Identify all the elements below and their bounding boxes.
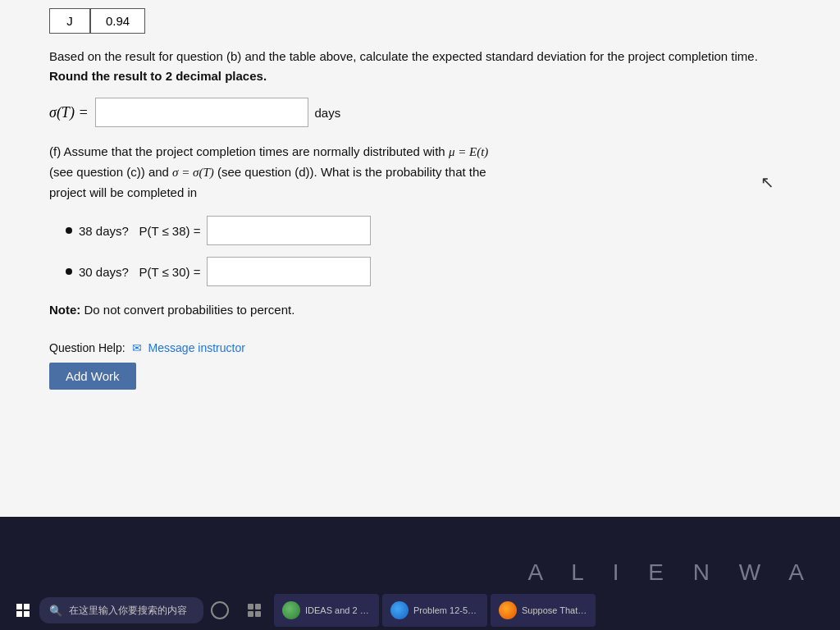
days-label: days: [315, 106, 341, 120]
bullet-item-30: 30 days? P(T ≤ 30) =: [66, 257, 791, 286]
add-work-button[interactable]: Add Work: [49, 363, 136, 390]
suppose-app-label: Suppose That Yo...: [522, 605, 587, 615]
main-content: J 0.94 Based on the result for question …: [0, 0, 840, 517]
taskbar-app-suppose[interactable]: Suppose That Yo...: [491, 594, 596, 627]
probability-input-38[interactable]: [207, 216, 371, 245]
windows-icon: [16, 604, 30, 617]
alienware-label: A L I E N W A: [527, 559, 815, 586]
taskbar-app-problem[interactable]: Problem 12-5A L...: [382, 594, 487, 627]
ideas-app-icon: [282, 601, 300, 619]
svg-rect-2: [248, 611, 253, 617]
search-text: 在这里输入你要搜索的内容: [69, 604, 187, 618]
probability-input-30[interactable]: [207, 257, 371, 286]
question-help-label: Question Help:: [49, 341, 126, 354]
suppose-app-icon: [499, 601, 517, 619]
problem-app-icon: [390, 601, 409, 619]
taskbar-app-ideas[interactable]: IDEAS and 2 mor...: [274, 594, 379, 627]
svg-rect-3: [255, 611, 261, 617]
note-text: Note: Do not convert probabilities to pe…: [49, 303, 791, 317]
alienware-branding: A L I E N W A: [0, 559, 840, 591]
bullet-dot-30: [66, 268, 72, 275]
question-help: Question Help: ✉ Message instructor: [49, 341, 791, 354]
start-button[interactable]: [7, 594, 39, 627]
widgets-icon: [246, 602, 262, 619]
taskbar: 🔍 在这里输入你要搜索的内容 IDEAS and 2 mor... Proble…: [0, 591, 840, 630]
svg-rect-1: [255, 604, 261, 609]
bullet-dot-38: [66, 227, 72, 234]
bullet-section: 38 days? P(T ≤ 38) = 30 days? P(T ≤ 30) …: [66, 216, 791, 286]
question-f-text: (f) Assume that the project completion t…: [49, 142, 791, 203]
table-cell-j: J: [49, 8, 90, 34]
task-view-button[interactable]: [205, 596, 235, 625]
bullet-text-38: 38 days? P(T ≤ 38) =: [79, 224, 200, 238]
envelope-icon: ✉: [132, 341, 142, 354]
ideas-app-label: IDEAS and 2 mor...: [305, 605, 371, 615]
message-instructor-link[interactable]: Message instructor: [148, 341, 245, 354]
table-cell-value: 0.94: [90, 8, 145, 34]
sigma-label: σ(T) =: [49, 104, 89, 121]
bullet-text-30: 30 days? P(T ≤ 30) =: [79, 265, 200, 279]
circle-icon: [211, 601, 229, 619]
sigma-input[interactable]: [95, 98, 308, 127]
svg-rect-0: [248, 604, 253, 609]
widgets-button[interactable]: [236, 592, 272, 628]
search-icon: 🔍: [49, 605, 62, 617]
question-e-text: Based on the result for question (b) and…: [49, 47, 791, 86]
sigma-line: σ(T) = days: [49, 98, 791, 127]
bullet-item-38: 38 days? P(T ≤ 38) =: [66, 216, 791, 245]
table-section: J 0.94: [49, 0, 791, 47]
problem-app-label: Problem 12-5A L...: [413, 605, 479, 615]
taskbar-search[interactable]: 🔍 在这里输入你要搜索的内容: [39, 597, 203, 623]
